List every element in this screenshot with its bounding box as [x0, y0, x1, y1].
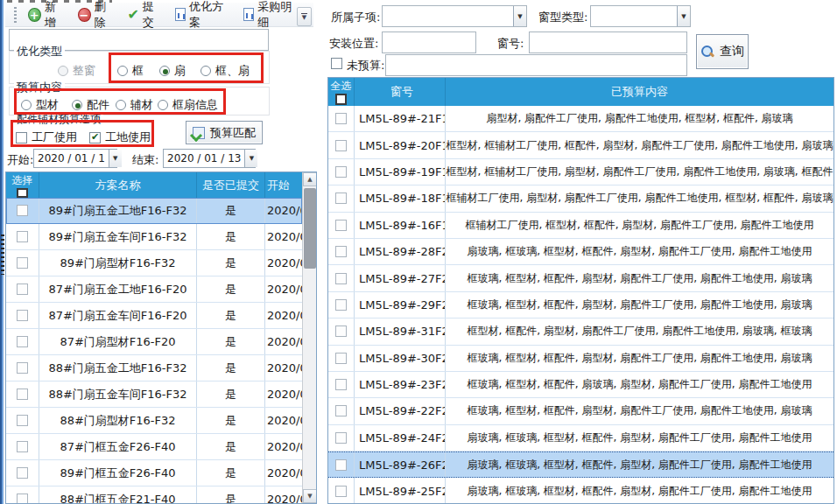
budget-table-row[interactable]: LM5L-89#-24F22 扇玻璃, 框玻璃, 框型材, 框配件, 扇型材, … [328, 425, 833, 452]
row-checkbox[interactable] [17, 257, 28, 269]
plan-table-row[interactable]: 87#门框五金F26-F40 是 2020/0 [6, 434, 302, 460]
row-checkbox[interactable] [335, 353, 347, 364]
plan-table-row[interactable]: 87#门扇五金工地F16-F20 是 2020/0 [6, 276, 302, 303]
start-column-header[interactable]: 开始 [265, 172, 303, 198]
sub-item-combobox[interactable]: ▼ [382, 5, 527, 27]
budgeted-content-column-header[interactable]: 已预算内容 [446, 78, 833, 106]
budget-table-row[interactable]: LM5L-89#-31F29 框型材, 框配件, 扇型材, 扇配件工厂使用, 扇… [328, 318, 833, 345]
opt-type-radio[interactable]: 框 [117, 63, 144, 79]
plan-table-row[interactable]: 87#门扇五金车间F16-F20 是 2020/0 [6, 303, 302, 329]
budget-table-row[interactable]: LM5L-89#-18F16 框辅材工厂使用, 扇型材, 扇配件工厂使用, 扇配… [328, 186, 833, 212]
plan-table-row[interactable]: 89#门框五金F26-F40 是 2020/0 [6, 460, 302, 486]
row-select-cell [6, 198, 39, 223]
scroll-up-icon[interactable]: ▲ [303, 172, 317, 186]
row-checkbox[interactable] [335, 405, 347, 416]
row-checkbox[interactable] [17, 441, 28, 452]
plan-table-row[interactable]: 88#门扇五金车间F16-F32 是 2020/0 [6, 382, 302, 408]
opt-type-radio[interactable]: 框、扇 [200, 63, 250, 79]
row-checkbox[interactable] [17, 231, 28, 242]
plan-table-row[interactable]: 89#门扇五金工地F16-F32 是 2020/0 [6, 198, 302, 224]
row-checkbox[interactable] [335, 192, 347, 204]
plan-table-row[interactable]: 89#门扇型材F16-F32 是 2020/0 [6, 250, 302, 276]
row-checkbox[interactable] [335, 113, 347, 124]
window-type-combobox[interactable]: ▼ [590, 5, 691, 27]
date-end-picker[interactable]: 2020 / 01 / 13 ▼ [163, 149, 256, 168]
opt-type-radio[interactable]: 扇 [159, 63, 186, 79]
toolbar-grip[interactable] [14, 7, 17, 23]
opt-type-group-label: 优化类型 [14, 44, 65, 60]
row-checkbox[interactable] [335, 432, 347, 444]
row-checkbox[interactable] [335, 459, 347, 471]
row-checkbox[interactable] [335, 299, 347, 311]
plan-name-column-header[interactable]: 方案名称 [39, 172, 197, 198]
toolbar-overflow-button[interactable]: ▼ [297, 7, 312, 26]
budget-table-row[interactable]: LM5L-89#-27F25 框玻璃, 框型材, 框配件, 扇型材, 扇配件工厂… [328, 265, 833, 291]
window-no-column-header[interactable]: 窗号 [355, 78, 446, 106]
budget-table-row[interactable]: LM5L-89#-26F24 扇玻璃, 框玻璃, 框型材, 框配件, 扇型材, … [328, 452, 833, 478]
no-budget-input[interactable] [385, 54, 687, 76]
no-budget-checkbox[interactable] [331, 58, 342, 69]
splitter-grip[interactable] [1, 234, 4, 275]
chevron-down-icon[interactable]: ▼ [109, 150, 122, 167]
usage-checkbox[interactable]: 工地使用 [89, 130, 151, 145]
row-checkbox[interactable] [335, 246, 347, 257]
select-all-checkbox[interactable] [335, 94, 347, 105]
row-checkbox[interactable] [17, 310, 28, 321]
plan-table-row[interactable]: 88#门框五金F21-F40 是 2020/0 [6, 486, 302, 504]
budget-content-radio[interactable]: 配件 [72, 97, 109, 113]
plan-table-row[interactable]: 87#门扇型材F16-F20 是 2020/0 [6, 329, 302, 355]
budget-table-row[interactable]: LM5L-89#-28F26 扇玻璃, 框玻璃, 框型材, 框配件, 扇型材, … [328, 239, 833, 265]
chevron-down-icon[interactable]: ▼ [677, 6, 690, 26]
budget-table-row[interactable]: LM5L-89#-16F15 框辅材工厂使用, 框型材, 框配件, 扇型材, 扇… [328, 213, 833, 239]
row-checkbox[interactable] [335, 486, 347, 497]
plan-table-row[interactable]: 88#门扇型材F16-F32 是 2020/0 [6, 408, 302, 434]
row-checkbox[interactable] [17, 284, 28, 295]
budget-content-radio[interactable]: 辅材 [116, 97, 153, 113]
budget-table-row[interactable]: LM5L-89#-30F28 框玻璃, 框型材, 框配件, 扇型材, 扇配件工厂… [328, 346, 833, 372]
budget-table-row[interactable]: LM5L-89#-22F20 框玻璃, 框型材, 框配件, 扇型材, 扇配件工厂… [328, 398, 833, 424]
submit-button[interactable]: ✔ 提交 [123, 0, 166, 33]
row-checkbox[interactable] [17, 205, 28, 216]
row-checkbox[interactable] [335, 379, 347, 390]
install-position-input[interactable] [382, 32, 476, 53]
row-checkbox[interactable] [17, 336, 28, 347]
opt-type-radio[interactable]: 整窗 [58, 63, 95, 79]
budget-match-button[interactable]: 预算匹配 [186, 121, 263, 144]
plan-table-row[interactable]: 89#门扇五金车间F16-F32 是 2020/0 [6, 224, 302, 250]
budget-table-row[interactable]: LM5L-89#-23F21 框玻璃, 框型材, 框配件, 扇玻璃, 扇型材, … [328, 372, 833, 398]
query-button[interactable]: 查询 [696, 34, 749, 69]
budget-table-row[interactable]: LM5L-89#-20F18 框型材, 框辅材工厂使用, 框配件, 扇型材, 扇… [328, 132, 833, 158]
row-checkbox[interactable] [335, 140, 347, 151]
row-checkbox[interactable] [17, 362, 28, 374]
budget-content-radio[interactable]: 框扇信息 [158, 97, 218, 113]
row-checkbox[interactable] [17, 467, 28, 479]
row-checkbox[interactable] [335, 273, 347, 284]
delete-button[interactable]: − 删除 [74, 0, 120, 33]
row-checkbox[interactable] [335, 166, 347, 178]
date-start-picker[interactable]: 2020 / 01 / 1 ▼ [33, 149, 117, 168]
row-checkbox[interactable] [17, 415, 28, 426]
chevron-down-icon[interactable]: ▼ [513, 6, 526, 26]
budget-content-radio[interactable]: 型材 [21, 97, 59, 113]
budget-table-row[interactable]: LM5L-89#-19F17 框型材, 框辅材工厂使用, 扇型材, 扇配件工厂使… [328, 159, 833, 186]
row-checkbox[interactable] [17, 494, 28, 504]
budget-table-row[interactable]: LM5L-89#-29F27 框玻璃, 框型材, 框配件, 扇型材, 扇配件工厂… [328, 292, 833, 318]
usage-checkbox[interactable]: 工厂使用 [16, 130, 77, 145]
window-no-input[interactable] [529, 32, 687, 53]
optimize-plan-button[interactable]: 优化方案 [171, 0, 236, 33]
scroll-down-icon[interactable]: ▼ [303, 489, 317, 503]
budget-table-row[interactable]: LM5L-89#-21F19 扇型材, 扇配件工厂使用, 扇配件工地使用, 框型… [328, 106, 833, 132]
budget-table-row[interactable]: LM5L-89#-25F23 扇玻璃, 框玻璃, 框型材, 框配件, 扇型材, … [328, 478, 833, 504]
vertical-scrollbar[interactable]: ▲ ▼ [302, 172, 316, 503]
add-button[interactable]: + 新增 [24, 0, 70, 33]
plan-table-row[interactable]: 88#门扇五金工地F16-F32 是 2020/0 [6, 355, 302, 382]
select-all-checkbox[interactable] [17, 188, 28, 198]
chevron-down-icon[interactable]: ▼ [244, 150, 257, 167]
row-checkbox[interactable] [335, 326, 347, 337]
row-checkbox[interactable] [335, 220, 347, 231]
plan-name-cell: 88#门框五金F21-F40 [39, 486, 197, 504]
submitted-column-header[interactable]: 是否已提交 [197, 172, 265, 198]
plan-name-cell: 87#门框五金F26-F40 [39, 434, 197, 459]
scrollbar-thumb[interactable] [304, 188, 316, 269]
row-checkbox[interactable] [17, 388, 28, 400]
